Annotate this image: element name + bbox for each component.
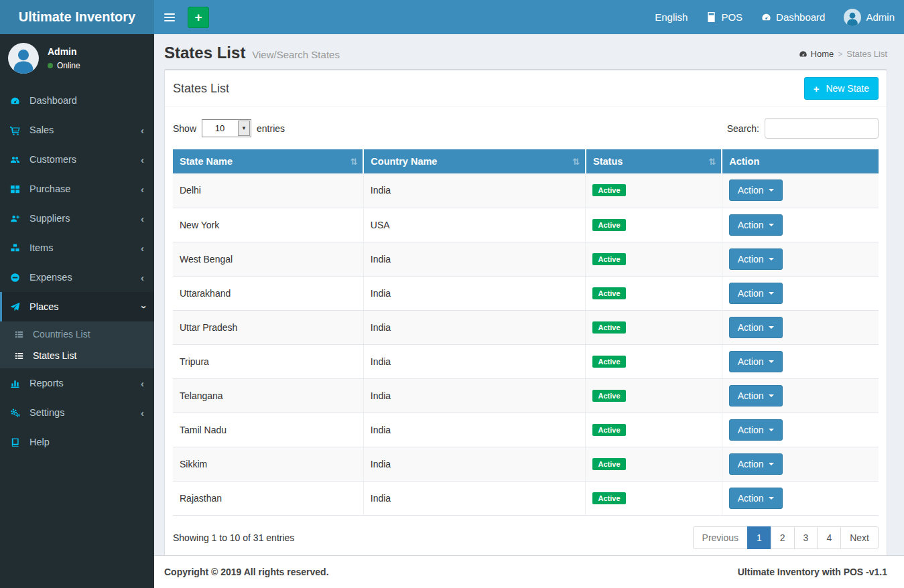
sidebar-item-countries-list[interactable]: Countries List — [0, 323, 154, 345]
pagination-page-4[interactable]: 4 — [817, 526, 841, 549]
sidebar-toggle-button[interactable] — [154, 0, 185, 34]
book-icon — [10, 437, 22, 447]
search-input[interactable] — [765, 118, 879, 139]
show-label: Show — [173, 123, 196, 134]
status-badge: Active — [592, 356, 625, 368]
chevron-left-icon: ‹ — [141, 378, 144, 388]
sidebar-item-reports[interactable]: Reports ‹ — [0, 368, 154, 398]
action-dropdown-button[interactable]: Action — [729, 351, 783, 372]
status-badge: Active — [592, 219, 625, 231]
chevron-left-icon: ‹ — [141, 155, 144, 165]
list-icon — [15, 330, 26, 339]
state-name-cell: Telangana — [173, 378, 363, 413]
chevron-left-icon: ‹ — [141, 184, 144, 194]
pagination-next[interactable]: Next — [840, 526, 879, 549]
page-length-select[interactable]: 10 ▼ — [202, 119, 251, 137]
sidebar-user-status[interactable]: Online — [48, 61, 80, 70]
sort-icon: ⇅ — [350, 157, 357, 167]
state-name-cell: West Bengal — [173, 242, 363, 276]
action-dropdown-button[interactable]: Action — [729, 248, 783, 270]
action-dropdown-button[interactable]: Action — [729, 179, 783, 201]
sort-icon: ⇅ — [708, 157, 716, 167]
sidebar-item-settings[interactable]: Settings ‹ — [0, 398, 154, 427]
action-dropdown-button[interactable]: Action — [729, 419, 783, 441]
column-header-state-name[interactable]: State Name ⇅ — [173, 149, 363, 173]
country-name-cell: India — [363, 481, 586, 515]
country-name-cell: USA — [363, 208, 586, 242]
table-row: Tripura India Active Action — [173, 344, 879, 378]
table-row: Rajasthan India Active Action — [173, 481, 879, 515]
table-row: Uttarakhand India Active Action — [173, 276, 879, 310]
sidebar-item-states-list[interactable]: States List — [0, 345, 154, 366]
calculator-icon — [706, 12, 716, 22]
sort-icon: ⇅ — [572, 157, 580, 167]
table-controls: Show 10 ▼ entries Search: — [173, 111, 879, 149]
sidebar-user-name: Admin — [48, 46, 80, 57]
breadcrumb: Home > States List — [799, 49, 887, 59]
page-title: States List — [164, 44, 245, 62]
status-badge: Active — [592, 492, 625, 504]
country-name-cell: India — [363, 242, 586, 276]
action-dropdown-button[interactable]: Action — [729, 488, 783, 509]
column-header-status[interactable]: Status ⇅ — [586, 149, 722, 173]
nav-language[interactable]: English — [645, 0, 697, 34]
pagination: Previous 1 2 3 4 Next — [694, 526, 879, 549]
states-panel: States List + New State Show 10 ▼ entrie… — [164, 69, 887, 555]
sidebar-item-suppliers[interactable]: Suppliers ‹ — [0, 204, 154, 233]
tachometer-icon — [10, 96, 22, 106]
content-wrapper: States List View/Search States Home > St… — [154, 34, 904, 555]
sidebar-item-dashboard[interactable]: Dashboard — [0, 86, 154, 115]
country-name-cell: India — [363, 344, 586, 378]
action-dropdown-button[interactable]: Action — [729, 453, 783, 475]
panel-title: States List — [173, 82, 229, 96]
sidebar-item-items[interactable]: Items ‹ — [0, 233, 154, 263]
sidebar-item-expenses[interactable]: Expenses ‹ — [0, 263, 154, 292]
action-dropdown-button[interactable]: Action — [729, 283, 783, 304]
sidebar-user-panel: Admin Online — [0, 34, 154, 83]
chevron-left-icon: ‹ — [141, 125, 144, 135]
caret-down-icon — [769, 429, 774, 431]
main-footer: Copyright © 2019 All rights reserved. Ul… — [154, 555, 904, 588]
panel-body: Show 10 ▼ entries Search: State Na — [165, 106, 887, 555]
user-avatar-icon — [844, 9, 861, 26]
state-name-cell: Tripura — [173, 344, 363, 378]
breadcrumb-home[interactable]: Home — [799, 49, 834, 59]
pagination-page-1[interactable]: 1 — [747, 526, 771, 549]
nav-dashboard[interactable]: Dashboard — [752, 0, 834, 34]
column-header-country-name[interactable]: Country Name ⇅ — [363, 149, 586, 173]
nav-user-menu[interactable]: Admin — [834, 0, 904, 34]
sidebar-item-purchase[interactable]: Purchase ‹ — [0, 174, 154, 204]
search-label: Search: — [727, 123, 759, 134]
brand-logo[interactable]: Ultimate Inventory — [0, 0, 154, 34]
status-badge: Active — [592, 424, 625, 436]
table-info: Showing 1 to 10 of 31 entries — [173, 532, 294, 543]
page-subtitle: View/Search States — [252, 49, 340, 60]
caret-down-icon — [769, 394, 774, 397]
nav-pos[interactable]: POS — [697, 0, 752, 34]
cubes-icon — [10, 243, 22, 253]
chevron-left-icon: ‹ — [141, 408, 144, 418]
pagination-previous[interactable]: Previous — [693, 526, 748, 549]
quick-add-button[interactable]: + — [188, 7, 209, 28]
pagination-page-3[interactable]: 3 — [794, 526, 818, 549]
state-name-cell: Uttarakhand — [173, 276, 363, 310]
online-dot-icon — [48, 63, 53, 68]
caret-down-icon: ▼ — [238, 121, 250, 136]
sidebar-item-help[interactable]: Help — [0, 427, 154, 457]
entries-label: entries — [257, 123, 285, 134]
state-name-cell: New York — [173, 208, 363, 242]
chevron-left-icon: ‹ — [141, 214, 144, 224]
sidebar-item-sales[interactable]: Sales ‹ — [0, 115, 154, 145]
action-dropdown-button[interactable]: Action — [729, 214, 783, 236]
plus-icon: + — [194, 11, 202, 23]
column-header-action[interactable]: Action — [722, 149, 879, 173]
country-name-cell: India — [363, 413, 586, 447]
user-plus-icon — [10, 214, 22, 224]
action-dropdown-button[interactable]: Action — [729, 385, 783, 407]
table-row: Uttar Pradesh India Active Action — [173, 310, 879, 344]
pagination-page-2[interactable]: 2 — [771, 526, 795, 549]
new-state-button[interactable]: + New State — [804, 77, 879, 100]
sidebar-item-places[interactable]: Places ‹ — [0, 292, 154, 321]
action-dropdown-button[interactable]: Action — [729, 317, 783, 338]
sidebar-item-customers[interactable]: Customers ‹ — [0, 145, 154, 174]
